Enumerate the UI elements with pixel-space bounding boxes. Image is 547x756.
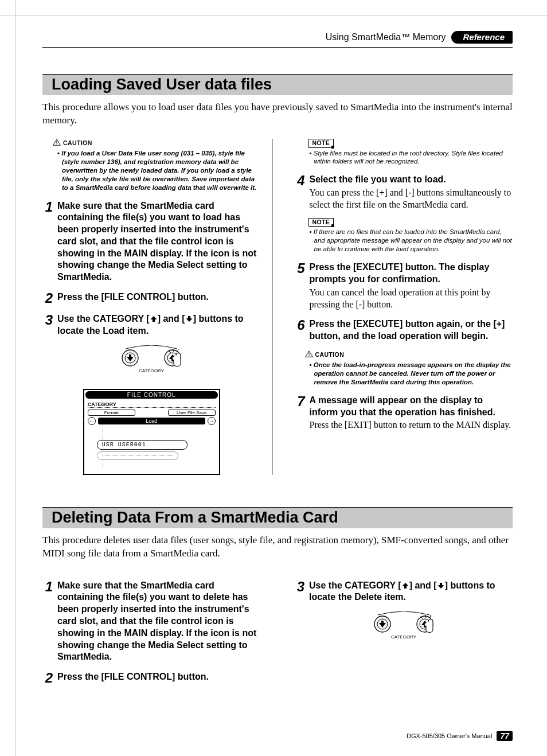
note-text-2: If there are no files that can be loaded… [308,228,513,254]
caution-text-1: If you load a User Data File user song (… [56,149,261,192]
caution-text-2: Once the load-in-progress message appear… [308,361,513,387]
step-number: 1 [42,200,53,284]
lcd-screenshot: FILE CONTROL CATEGORY Format User File S… [83,389,220,475]
step-number: 2 [42,291,53,305]
step-4: 4 Select the file you want to load. You … [295,174,513,211]
section-title-deleting: Deleting Data From a SmartMedia Card [42,507,513,528]
svg-rect-6 [308,353,309,355]
step-6: 6 Press the [EXECUTE] button again, or t… [295,318,513,342]
step-1-text: Make sure that the SmartMedia card conta… [57,200,261,284]
step-number: 1 [42,580,53,664]
step-3: 3 Use the CATEGORY [] and [] buttons to … [42,313,261,337]
warning-icon [53,139,61,148]
lcd-tab-userfilesave: User File Save [168,410,216,416]
reference-pill: Reference [451,31,513,44]
breadcrumb: Using SmartMedia™ Memory [326,32,446,42]
down-arrow-icon [437,580,445,590]
section-intro-loading: This procedure allows you to load user d… [42,101,513,127]
step-7-text: Press the [EXIT] button to return to the… [310,419,513,431]
step-number: 4 [295,174,305,211]
step-number: 5 [295,262,305,310]
footer-text: DGX-505/305 Owner's Manual [407,732,492,739]
svg-rect-7 [308,355,309,356]
category-label: CATEGORY [139,368,165,373]
caution-box-1: CAUTION If you load a User Data File use… [42,139,261,192]
note-box-1: NOTE Style files must be located in the … [295,139,513,166]
note-label: NOTE [308,218,334,227]
header-rule [42,47,513,48]
up-arrow-icon [150,314,158,324]
section-title-loading: Loading Saved User data files [42,74,513,95]
svg-rect-1 [56,143,57,144]
del-step-3-text: Use the CATEGORY [] and [] buttons to lo… [309,580,513,604]
lcd-right-arrow-icon: → [208,417,216,425]
section-intro-deleting: This procedure deletes user data files (… [42,534,513,560]
category-buttons-diagram-2: CATEGORY [294,611,513,649]
lcd-category-label: CATEGORY [88,402,216,408]
step-number: 3 [42,313,53,337]
del-step-3: 3 Use the CATEGORY [] and [] buttons to … [294,580,513,604]
step-6-title: Press the [EXECUTE] button again, or the… [310,318,513,342]
category-buttons-diagram: CATEGORY [42,345,261,383]
step-7: 7 A message will appear on the display t… [295,395,513,431]
down-arrow-icon [185,314,193,324]
step-5-title: Press the [EXECUTE] button. The display … [310,262,513,286]
step-number: 2 [42,671,53,685]
step-number: 7 [295,395,305,431]
step-5: 5 Press the [EXECUTE] button. The displa… [295,262,513,310]
lcd-load-label: Load [98,418,205,424]
step-4-title: Select the file you want to load. [310,174,513,186]
step-2: 2 Press the [FILE CONTROL] button. [42,291,261,305]
caution-box-2: CAUTION Once the load-in-progress messag… [295,350,513,387]
warning-icon [305,350,313,360]
note-text-1: Style files must be located in the root … [308,149,513,166]
up-arrow-icon [401,580,409,590]
note-label: NOTE [308,139,334,148]
step-2-text: Press the [FILE CONTROL] button. [57,291,261,303]
lcd-left-arrow-icon: ← [88,417,96,425]
step-7-title: A message will appear on the display to … [310,395,513,419]
step-1: 1 Make sure that the SmartMedia card con… [42,200,261,284]
step-number: 3 [294,580,304,604]
note-box-2: NOTE If there are no files that can be l… [295,218,513,254]
del-step-2: 2 Press the [FILE CONTROL] button. [42,671,261,685]
svg-rect-0 [56,141,57,143]
lcd-tab-format: Format [88,410,135,416]
del-step-1: 1 Make sure that the SmartMedia card con… [42,580,261,664]
svg-text:CATEGORY: CATEGORY [390,634,416,640]
step-number: 6 [295,318,305,342]
step-3-text: Use the CATEGORY [] and [] buttons to lo… [57,313,261,337]
del-step-1-text: Make sure that the SmartMedia card conta… [57,580,261,664]
page-number: 77 [497,731,513,741]
lcd-title: FILE CONTROL [85,391,218,399]
step-5-text: You can cancel the load operation at thi… [310,287,513,311]
step-4-text: You can press the [+] and [-] buttons si… [310,187,513,211]
lcd-filename: USR USER001 [97,440,187,450]
lcd-empty-slot [97,451,178,460]
del-step-2-text: Press the [FILE CONTROL] button. [57,671,261,683]
caution-label: CAUTION [315,351,345,359]
caution-label: CAUTION [63,139,92,147]
page-header: Using SmartMedia™ Memory Reference [42,31,513,44]
page-footer: DGX-505/305 Owner's Manual 77 [407,731,513,741]
